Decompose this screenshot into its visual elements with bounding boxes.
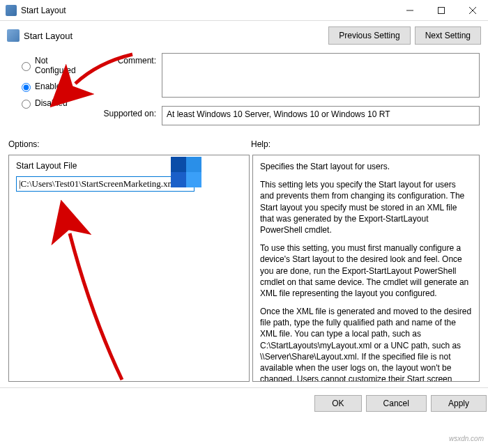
section-labels: Options: Help: <box>0 134 488 152</box>
ok-button[interactable]: OK <box>314 395 361 412</box>
dialog-buttons: OK Cancel Apply <box>0 387 488 419</box>
radio-not-configured-label: Not Configured <box>35 56 88 75</box>
comment-row: Comment: <box>98 53 480 98</box>
options-label: Options: <box>8 139 251 149</box>
supported-label: Supported on: <box>98 106 162 125</box>
window-title: Start Layout <box>21 6 394 15</box>
watermark: wsxdn.com <box>449 435 484 442</box>
help-text: Specifies the Start layout for users. <box>260 161 472 172</box>
radio-not-configured[interactable]: Not Configured <box>8 53 98 78</box>
radio-enabled[interactable]: Enabled <box>8 78 98 95</box>
radio-disabled-label: Disabled <box>35 98 68 108</box>
config-area: Not Configured Enabled Disabled Comment:… <box>0 53 488 134</box>
radio-disabled[interactable]: Disabled <box>8 95 98 111</box>
supported-row: Supported on: At least Windows 10 Server… <box>98 106 480 125</box>
help-text: Once the XML file is generated and moved… <box>260 306 472 382</box>
help-panel[interactable]: Specifies the Start layout for users. Th… <box>252 155 480 382</box>
window-controls <box>394 0 488 20</box>
config-fields: Comment: Supported on: At least Windows … <box>98 53 480 134</box>
start-layout-file-label: Start Layout File <box>16 161 242 171</box>
comment-label: Comment: <box>98 53 162 98</box>
policy-icon <box>7 29 20 42</box>
supported-value: At least Windows 10 Server, Windows 10 o… <box>162 106 480 125</box>
start-layout-file-input[interactable] <box>16 176 195 192</box>
cancel-button[interactable]: Cancel <box>366 395 427 412</box>
radio-disabled-input[interactable] <box>22 100 31 109</box>
close-button[interactable] <box>457 0 488 20</box>
minimize-button[interactable] <box>394 0 425 20</box>
help-label: Help: <box>251 139 270 149</box>
maximize-button[interactable] <box>425 0 457 20</box>
radio-not-configured-input[interactable] <box>22 62 31 71</box>
header-row: Start Layout Previous Setting Next Setti… <box>0 21 488 53</box>
help-text: To use this setting, you must first manu… <box>260 242 472 299</box>
svg-rect-1 <box>438 7 444 13</box>
help-text: This setting lets you specify the Start … <box>260 179 472 235</box>
radio-group: Not Configured Enabled Disabled <box>8 53 98 134</box>
windows-logo-icon <box>171 157 201 187</box>
options-panel: Start Layout File <box>8 155 250 382</box>
radio-enabled-label: Enabled <box>35 82 66 91</box>
comment-input[interactable] <box>162 53 480 98</box>
radio-enabled-input[interactable] <box>22 83 31 92</box>
titlebar: Start Layout <box>0 0 488 21</box>
apply-button[interactable]: Apply <box>431 395 487 412</box>
next-setting-button[interactable]: Next Setting <box>415 26 481 45</box>
policy-title: Start Layout <box>24 31 324 41</box>
panels: Start Layout File Specifies the Start la… <box>0 152 488 387</box>
previous-setting-button[interactable]: Previous Setting <box>328 26 410 45</box>
app-icon <box>6 5 17 16</box>
